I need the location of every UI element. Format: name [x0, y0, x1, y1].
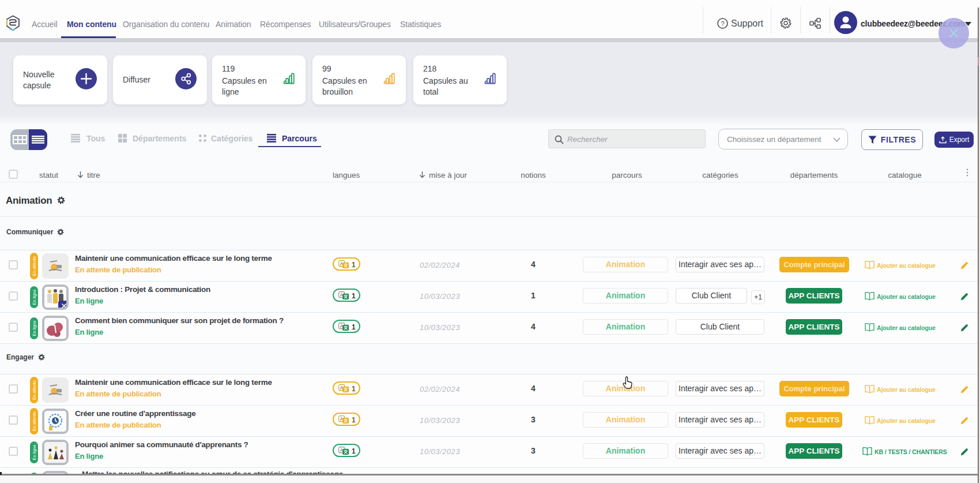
svg-text:?: ? — [721, 20, 724, 27]
